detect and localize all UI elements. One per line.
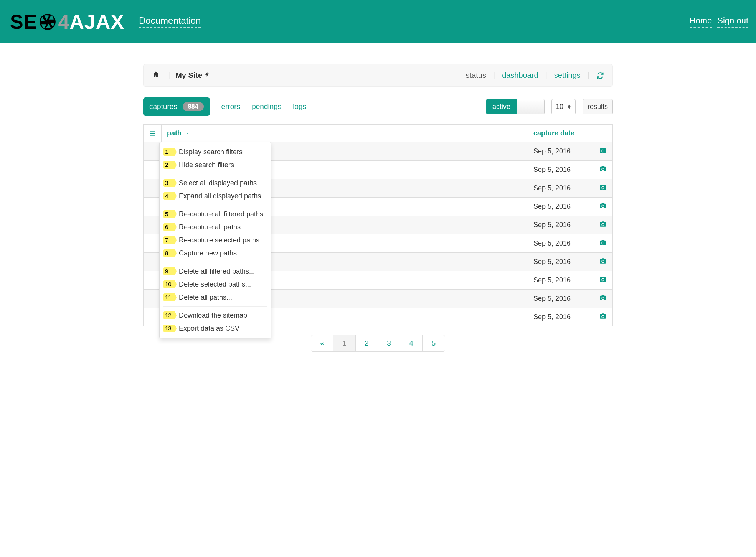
camera-icon[interactable] <box>599 147 607 154</box>
tab-errors[interactable]: errors <box>221 102 241 111</box>
pagination-page[interactable]: 3 <box>378 335 400 351</box>
dropdown-separator <box>163 174 267 174</box>
camera-icon[interactable] <box>599 184 607 191</box>
documentation-link[interactable]: Documentation <box>139 15 201 28</box>
active-toggle[interactable]: active <box>486 99 545 114</box>
tab-pendings[interactable]: pendings <box>252 102 281 111</box>
divider: | <box>169 71 171 80</box>
results-count-select[interactable]: 10 ▲▼ <box>551 99 576 114</box>
tab-logs[interactable]: logs <box>293 102 306 111</box>
tab-captures[interactable]: captures 984 <box>143 97 210 116</box>
dropdown-item[interactable]: 13Export data as CSV <box>160 322 271 335</box>
tab-status[interactable]: status <box>466 71 486 80</box>
pagination-page[interactable]: 2 <box>356 335 378 351</box>
dropdown-item[interactable]: 6Re-capture all paths... <box>160 221 271 234</box>
table-actions-dropdown: 1Display search filters2Hide search filt… <box>159 142 271 338</box>
pagination-page[interactable]: 5 <box>423 335 445 351</box>
dropdown-item-label: Delete all filtered paths... <box>179 267 255 275</box>
pagination-page[interactable]: 4 <box>400 335 423 351</box>
dropdown-item[interactable]: 10Delete selected paths... <box>160 278 271 291</box>
camera-icon[interactable] <box>599 165 607 172</box>
dropdown-item[interactable]: 7Re-capture selected paths... <box>160 234 271 247</box>
dropdown-item-number: 10 <box>165 280 176 288</box>
dropdown-item[interactable]: 8Capture new paths... <box>160 247 271 260</box>
logo[interactable]: SE 4 AJAX <box>10 10 124 33</box>
dropdown-item-label: Expand all displayed paths <box>179 192 261 200</box>
dropdown-item[interactable]: 12Download the sitemap <box>160 309 271 322</box>
bolt-icon <box>205 71 210 80</box>
dropdown-item-label: Re-capture all paths... <box>179 223 246 231</box>
capture-date-column-header[interactable]: capture date <box>528 125 593 142</box>
row-date-cell: Sep 5, 2016 <box>528 179 593 198</box>
dropdown-item-label: Re-capture selected paths... <box>179 236 265 244</box>
dropdown-item-number: 5 <box>165 210 176 218</box>
camera-icon[interactable] <box>599 294 607 301</box>
dropdown-item[interactable]: 4Expand all displayed paths <box>160 190 271 203</box>
dropdown-item[interactable]: 11Delete all paths... <box>160 291 271 304</box>
pagination-page: 1 <box>333 335 356 351</box>
row-action-cell <box>593 234 613 253</box>
home-icon[interactable] <box>152 71 160 80</box>
dropdown-item-number: 4 <box>165 192 176 200</box>
row-checkbox-cell[interactable] <box>144 216 162 234</box>
row-checkbox-cell[interactable] <box>144 161 162 179</box>
tab-dashboard[interactable]: dashboard <box>502 71 538 80</box>
dropdown-item-label: Export data as CSV <box>179 325 239 333</box>
row-date-cell: Sep 5, 2016 <box>528 253 593 271</box>
dropdown-item[interactable]: 9Delete all filtered paths... <box>160 265 271 278</box>
dropdown-item[interactable]: 3Select all displayed paths <box>160 176 271 190</box>
row-checkbox-cell[interactable] <box>144 198 162 216</box>
dropdown-item-number: 2 <box>165 161 176 169</box>
tab-captures-label: captures <box>149 102 177 111</box>
dropdown-item-number: 3 <box>165 179 176 187</box>
row-checkbox-cell[interactable] <box>144 142 162 161</box>
row-checkbox-cell[interactable] <box>144 308 162 326</box>
row-date-cell: Sep 5, 2016 <box>528 216 593 234</box>
camera-icon[interactable] <box>599 202 607 209</box>
row-date-cell: Sep 5, 2016 <box>528 271 593 290</box>
action-column-header <box>593 125 613 142</box>
results-button[interactable]: results <box>583 99 613 114</box>
row-checkbox-cell[interactable] <box>144 253 162 271</box>
row-checkbox-cell[interactable] <box>144 234 162 253</box>
signout-link[interactable]: Sign out <box>717 16 748 28</box>
dropdown-item-label: Hide search filters <box>179 161 234 169</box>
tab-settings[interactable]: settings <box>554 71 581 80</box>
logo-ajax: AJAX <box>69 10 124 33</box>
dropdown-item[interactable]: 2Hide search filters <box>160 158 271 171</box>
dropdown-item-label: Delete all paths... <box>179 293 232 302</box>
dropdown-item[interactable]: 5Re-capture all filtered paths <box>160 208 271 221</box>
hamburger-icon <box>149 130 156 137</box>
path-column-header[interactable]: path <box>162 125 528 142</box>
camera-icon[interactable] <box>599 257 607 264</box>
home-link[interactable]: Home <box>690 16 712 28</box>
dropdown-item[interactable]: 1Display search filters <box>160 145 271 158</box>
table-wrap: path capture date Sep 5, 2016Sep 5, 2016… <box>143 124 613 326</box>
row-action-cell <box>593 308 613 326</box>
site-name: My Site <box>175 71 202 80</box>
row-action-cell <box>593 253 613 271</box>
dropdown-item-number: 9 <box>165 267 176 275</box>
row-checkbox-cell[interactable] <box>144 179 162 198</box>
select-arrows-icon: ▲▼ <box>567 104 571 109</box>
app-header: SE 4 AJAX Documentation Home Sign out <box>0 0 756 43</box>
camera-icon[interactable] <box>599 239 607 246</box>
dropdown-item-number: 7 <box>165 236 176 244</box>
row-checkbox-cell[interactable] <box>144 290 162 308</box>
dropdown-item-label: Re-capture all filtered paths <box>179 210 263 218</box>
tab-row: captures 984 errors pendings logs active… <box>143 97 613 116</box>
dropdown-item-number: 11 <box>165 293 176 302</box>
camera-icon[interactable] <box>599 276 607 283</box>
row-checkbox-cell[interactable] <box>144 271 162 290</box>
refresh-icon[interactable] <box>596 72 604 79</box>
pagination-prev[interactable]: « <box>311 335 333 351</box>
row-action-cell <box>593 216 613 234</box>
camera-icon[interactable] <box>599 221 607 227</box>
chevron-down-icon <box>185 129 190 137</box>
table-menu-header[interactable] <box>144 125 162 142</box>
header-right: Home Sign out <box>690 16 748 28</box>
dropdown-item-number: 1 <box>165 148 176 156</box>
row-date-cell: Sep 5, 2016 <box>528 308 593 326</box>
dropdown-item-label: Download the sitemap <box>179 311 247 320</box>
camera-icon[interactable] <box>599 313 607 320</box>
